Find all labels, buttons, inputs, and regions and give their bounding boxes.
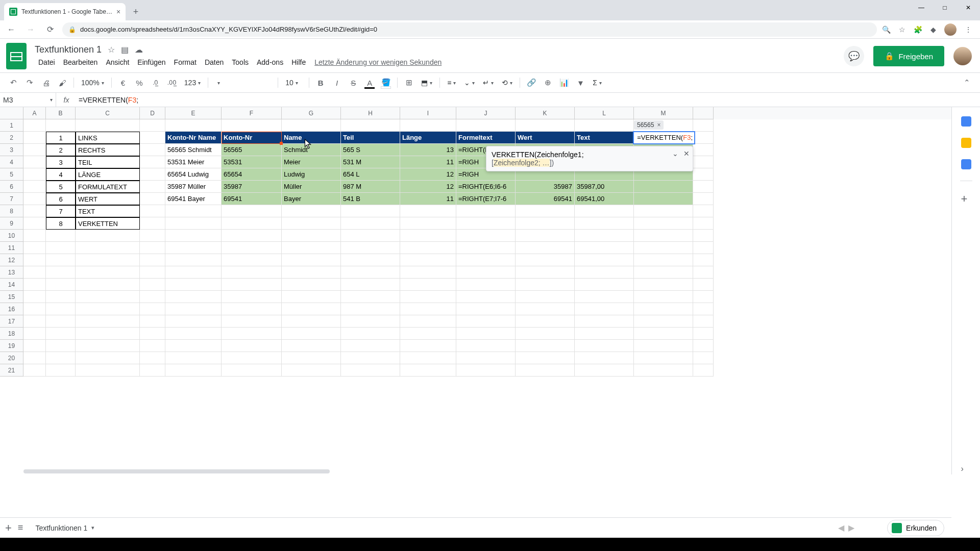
cell-A15[interactable] bbox=[23, 291, 46, 303]
cell-C19[interactable] bbox=[76, 340, 140, 352]
cell-E6[interactable]: 35987 Müller bbox=[165, 181, 222, 193]
cell-J13[interactable] bbox=[456, 266, 516, 279]
cell-G11[interactable] bbox=[282, 242, 341, 254]
cell-G5[interactable]: Ludwig bbox=[282, 168, 341, 181]
decrease-decimal-button[interactable]: .0̲ bbox=[149, 76, 163, 90]
cell-M8[interactable] bbox=[634, 205, 693, 217]
cell-K19[interactable] bbox=[516, 340, 575, 352]
cell-K11[interactable] bbox=[516, 242, 575, 254]
cell-G21[interactable] bbox=[282, 364, 341, 377]
cell-B16[interactable] bbox=[46, 303, 76, 315]
cell-H19[interactable] bbox=[341, 340, 400, 352]
cell-F7[interactable]: 69541 bbox=[222, 193, 282, 205]
cell-G7[interactable]: Bayer bbox=[282, 193, 341, 205]
cell-N19[interactable] bbox=[693, 340, 714, 352]
cell-K20[interactable] bbox=[516, 352, 575, 364]
cell-I7[interactable]: 11 bbox=[400, 193, 456, 205]
cell-F12[interactable] bbox=[222, 254, 282, 266]
cell-A3[interactable] bbox=[23, 144, 46, 156]
row-header-20[interactable]: 20 bbox=[0, 352, 23, 364]
cell-C16[interactable] bbox=[76, 303, 140, 315]
explore-button[interactable]: Erkunden bbox=[887, 520, 944, 536]
row-header-13[interactable]: 13 bbox=[0, 266, 23, 279]
cell-A21[interactable] bbox=[23, 364, 46, 377]
cell-L13[interactable] bbox=[575, 266, 634, 279]
cell-A7[interactable] bbox=[23, 193, 46, 205]
menu-bearbeiten[interactable]: Bearbeiten bbox=[60, 56, 102, 68]
col-header-E[interactable]: E bbox=[165, 107, 222, 119]
cell-G6[interactable]: Müller bbox=[282, 181, 341, 193]
cell-H2[interactable]: Teil bbox=[341, 132, 400, 144]
cell-A13[interactable] bbox=[23, 266, 46, 279]
maximize-icon[interactable]: □ bbox=[933, 0, 957, 15]
cell-D12[interactable] bbox=[140, 254, 165, 266]
menu-icon[interactable]: ⋮ bbox=[965, 26, 972, 34]
row-header-11[interactable]: 11 bbox=[0, 242, 23, 254]
paint-format-button[interactable]: 🖌 bbox=[55, 76, 69, 90]
sheet-prev-icon[interactable]: ◀ bbox=[838, 523, 844, 533]
menu-hilfe[interactable]: Hilfe bbox=[288, 56, 309, 68]
cell-H18[interactable] bbox=[341, 328, 400, 340]
cell-B3[interactable]: 2 bbox=[46, 144, 76, 156]
cell-I10[interactable] bbox=[400, 230, 456, 242]
cell-C11[interactable] bbox=[76, 242, 140, 254]
cell-J6[interactable]: =RIGHT(E6;I6-6 bbox=[456, 181, 516, 193]
filter-button[interactable]: ▼ bbox=[573, 76, 587, 90]
italic-button[interactable]: I bbox=[330, 76, 344, 90]
cell-M13[interactable] bbox=[634, 266, 693, 279]
cell-C4[interactable]: TEIL bbox=[76, 156, 140, 168]
cell-M21[interactable] bbox=[634, 364, 693, 377]
name-box[interactable]: M3▾ bbox=[0, 93, 56, 107]
cell-K15[interactable] bbox=[516, 291, 575, 303]
cell-F2[interactable]: Konto-Nr bbox=[222, 132, 282, 144]
minimize-icon[interactable]: — bbox=[910, 0, 933, 15]
cell-D4[interactable] bbox=[140, 156, 165, 168]
menu-format[interactable]: Format bbox=[170, 56, 200, 68]
badge-close-icon[interactable]: × bbox=[657, 121, 660, 129]
cell-D18[interactable] bbox=[140, 328, 165, 340]
cell-L7[interactable]: 69541,00 bbox=[575, 193, 634, 205]
row-header-8[interactable]: 8 bbox=[0, 205, 23, 217]
cell-J11[interactable] bbox=[456, 242, 516, 254]
close-tab-icon[interactable]: × bbox=[116, 8, 120, 16]
cell-C7[interactable]: WERT bbox=[76, 193, 140, 205]
cell-E21[interactable] bbox=[165, 364, 222, 377]
cell-J20[interactable] bbox=[456, 352, 516, 364]
row-header-14[interactable]: 14 bbox=[0, 279, 23, 291]
cell-M9[interactable] bbox=[634, 217, 693, 230]
tooltip-close-icon[interactable]: ✕ bbox=[683, 149, 690, 158]
cell-N20[interactable] bbox=[693, 352, 714, 364]
cell-E16[interactable] bbox=[165, 303, 222, 315]
cell-B20[interactable] bbox=[46, 352, 76, 364]
cell-A19[interactable] bbox=[23, 340, 46, 352]
cell-N13[interactable] bbox=[693, 266, 714, 279]
cell-C15[interactable] bbox=[76, 291, 140, 303]
horizontal-scrollbar[interactable] bbox=[23, 469, 432, 474]
col-header-C[interactable]: C bbox=[76, 107, 140, 119]
cell-J7[interactable]: =RIGHT(E7;I7-6 bbox=[456, 193, 516, 205]
move-icon[interactable]: ▤ bbox=[121, 45, 129, 55]
cell-B15[interactable] bbox=[46, 291, 76, 303]
share-button[interactable]: 🔒 Freigeben bbox=[873, 46, 944, 66]
row-header-9[interactable]: 9 bbox=[0, 217, 23, 230]
cell-B4[interactable]: 3 bbox=[46, 156, 76, 168]
cell-H12[interactable] bbox=[341, 254, 400, 266]
cell-G17[interactable] bbox=[282, 315, 341, 328]
cell-L21[interactable] bbox=[575, 364, 634, 377]
cell-D14[interactable] bbox=[140, 279, 165, 291]
cell-I5[interactable]: 12 bbox=[400, 168, 456, 181]
tasks-icon[interactable] bbox=[961, 159, 971, 169]
cell-G14[interactable] bbox=[282, 279, 341, 291]
cell-K21[interactable] bbox=[516, 364, 575, 377]
redo-button[interactable]: ↷ bbox=[22, 76, 37, 90]
cell-F19[interactable] bbox=[222, 340, 282, 352]
cell-J19[interactable] bbox=[456, 340, 516, 352]
cell-H14[interactable] bbox=[341, 279, 400, 291]
cell-J1[interactable] bbox=[456, 119, 516, 132]
borders-button[interactable]: ⊞ bbox=[402, 76, 416, 90]
cell-J16[interactable] bbox=[456, 303, 516, 315]
cell-J9[interactable] bbox=[456, 217, 516, 230]
cell-E14[interactable] bbox=[165, 279, 222, 291]
cell-I4[interactable]: 11 bbox=[400, 156, 456, 168]
cell-H9[interactable] bbox=[341, 217, 400, 230]
